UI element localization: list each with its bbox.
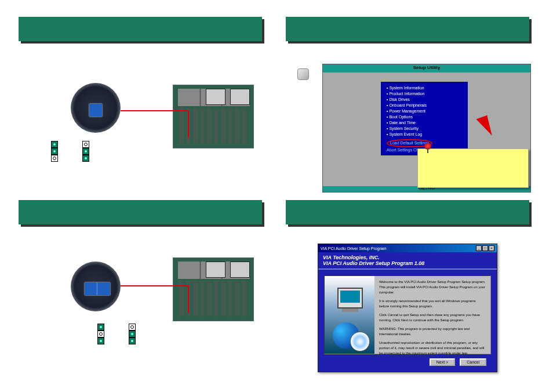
installer-para: Click Cancel to quit Setup and then clos… — [379, 313, 486, 323]
cpu-socket-icon — [230, 262, 250, 278]
motherboard-board-2 — [173, 257, 254, 321]
next-button[interactable]: Next > — [430, 358, 455, 366]
bios-item: Boot Options — [387, 114, 462, 120]
installer-window: VIA PCI Audio Driver Setup Program _ □ ×… — [318, 244, 497, 372]
jumper-chip-icon — [89, 104, 102, 117]
installer-para: It is strongly recommended that you exit… — [379, 299, 486, 309]
section-header-2 — [286, 17, 529, 41]
installer-para: WARNING: This program is protected by co… — [379, 326, 486, 337]
jumper-diagram-d — [129, 324, 136, 344]
jumper-diagram-b — [82, 141, 89, 162]
bios-title: Setup Utility — [323, 64, 530, 72]
pointer-line — [121, 285, 189, 286]
bios-item: Onboard Peripherals — [387, 103, 462, 108]
bullet-cube-icon — [297, 68, 309, 80]
cancel-button[interactable]: Cancel — [460, 358, 486, 366]
motherboard-board-1 — [173, 85, 254, 148]
pointer-line — [121, 110, 189, 111]
motherboard-closeup-2 — [71, 262, 121, 311]
minimize-button[interactable]: _ — [476, 245, 482, 251]
jumper-chip-icon — [85, 282, 97, 295]
jumper-chip-icon — [97, 282, 110, 295]
bios-item: Product Information — [387, 91, 462, 97]
cpu-socket-icon — [230, 89, 250, 105]
installer-header: VIA Technologies, INC. VIA PCI Audio Dri… — [318, 252, 497, 270]
installer-body: Welcome to the VIA PCI Audio Driver Setu… — [324, 275, 491, 354]
window-title: VIA PCI Audio Driver Setup Program — [321, 246, 387, 251]
cpu-socket-icon — [206, 262, 225, 278]
pointer-line — [188, 110, 189, 138]
bios-item: System Event Log — [387, 132, 462, 137]
monitor-icon — [337, 288, 363, 308]
monitor-base-icon — [342, 308, 358, 312]
close-button[interactable]: × — [489, 245, 494, 251]
bios-item: System Security — [387, 126, 462, 132]
bios-item: Disk Drives — [387, 97, 462, 103]
cpu-socket-icon — [206, 89, 225, 105]
maximize-button[interactable]: □ — [482, 245, 488, 251]
installer-company: VIA Technologies, INC. — [323, 255, 492, 260]
bios-item: Power Management — [387, 108, 462, 114]
section-header-1 — [19, 17, 262, 41]
installer-text: Welcome to the VIA PCI Audio Driver Setu… — [374, 276, 490, 354]
window-titlebar: VIA PCI Audio Driver Setup Program _ □ × — [318, 244, 497, 252]
installer-para: Unauthorized reproduction or distributio… — [379, 340, 486, 356]
bios-item: System Information — [387, 85, 462, 91]
section-header-3 — [19, 200, 262, 224]
section-header-4 — [286, 200, 529, 224]
sticky-note — [417, 148, 529, 188]
pointer-line — [188, 285, 189, 313]
installer-product: VIA PCI Audio Driver Setup Program 1.08 — [323, 260, 492, 266]
installer-side-image — [325, 276, 374, 354]
push-pin-icon — [424, 143, 431, 150]
installer-button-row: Next > Cancel — [430, 358, 486, 366]
bios-item: Date and Time — [387, 120, 462, 126]
cd-disc-icon — [350, 332, 370, 351]
motherboard-closeup-1 — [71, 83, 121, 133]
jumper-diagram-c — [97, 324, 104, 344]
jumper-diagram-a — [51, 141, 58, 162]
installer-para: Welcome to the VIA PCI Audio Driver Setu… — [379, 280, 486, 295]
arrow-red-icon — [476, 115, 494, 139]
